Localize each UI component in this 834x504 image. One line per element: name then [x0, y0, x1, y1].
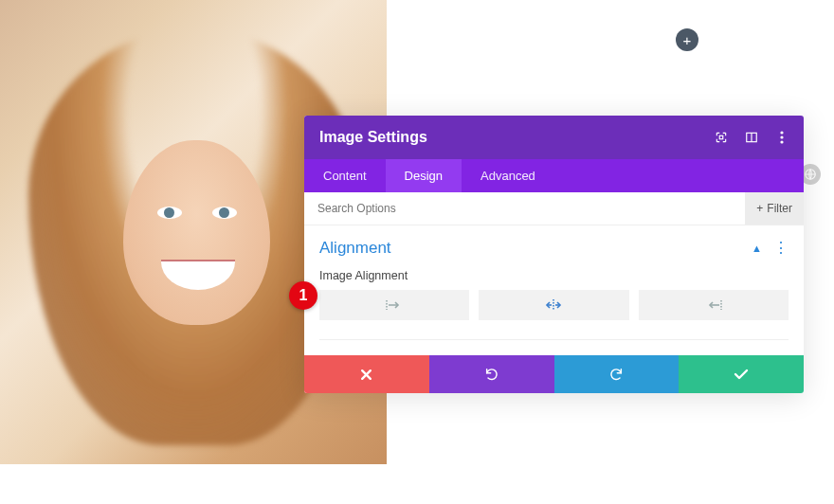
section-menu-icon[interactable]: ⋮	[773, 241, 789, 256]
redo-icon	[608, 367, 624, 382]
filter-label: Filter	[767, 202, 792, 215]
tab-advanced[interactable]: Advanced	[462, 159, 554, 192]
alignment-section: Alignment ▲ ⋮ Image Alignment	[304, 225, 804, 355]
annotation-number: 1	[299, 287, 308, 304]
align-right-button[interactable]	[639, 290, 789, 320]
redo-button[interactable]	[554, 355, 680, 393]
undo-button[interactable]	[429, 355, 554, 393]
modal-tabs: Content Design Advanced	[304, 159, 804, 192]
search-input[interactable]	[304, 192, 745, 225]
add-module-button[interactable]: +	[676, 28, 698, 51]
modal-header: Image Settings	[304, 116, 804, 159]
close-icon	[360, 369, 372, 381]
confirm-button[interactable]	[679, 355, 804, 393]
tab-content[interactable]: Content	[304, 159, 386, 192]
section-title: Alignment	[319, 239, 391, 258]
image-settings-modal: Image Settings Content Design Advanced +…	[304, 116, 804, 393]
svg-point-6	[780, 140, 783, 143]
tab-design[interactable]: Design	[386, 159, 462, 192]
annotation-marker-1: 1	[289, 281, 317, 310]
svg-rect-1	[719, 135, 723, 139]
align-center-button[interactable]	[479, 290, 628, 320]
svg-point-5	[780, 135, 783, 138]
collapse-icon[interactable]: ▲	[752, 243, 762, 254]
align-center-icon	[545, 299, 562, 311]
svg-point-4	[780, 131, 783, 134]
menu-icon[interactable]	[775, 131, 789, 144]
align-left-button[interactable]	[319, 290, 469, 320]
columns-icon[interactable]	[745, 131, 758, 144]
expand-icon[interactable]	[715, 131, 728, 144]
search-row: + Filter	[304, 192, 804, 225]
undo-icon	[484, 367, 499, 382]
plus-icon: +	[756, 202, 763, 215]
filter-button[interactable]: + Filter	[745, 192, 804, 225]
align-left-icon	[386, 299, 403, 311]
modal-footer	[304, 355, 804, 393]
align-right-icon	[705, 299, 722, 311]
plus-icon: +	[683, 32, 692, 48]
modal-title: Image Settings	[319, 129, 427, 146]
field-label: Image Alignment	[319, 269, 789, 282]
cancel-button[interactable]	[304, 355, 429, 393]
check-icon	[734, 369, 749, 380]
alignment-options	[319, 290, 789, 340]
